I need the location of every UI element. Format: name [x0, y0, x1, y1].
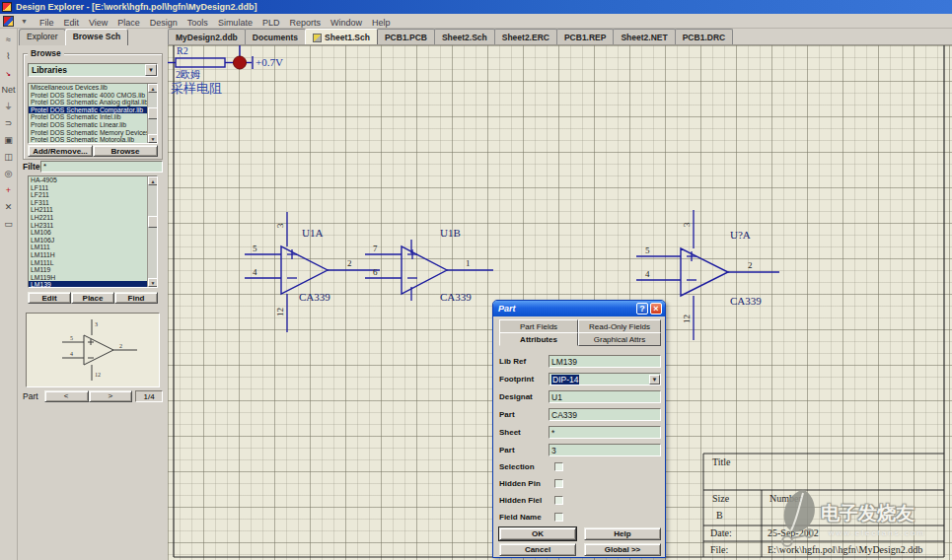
component-item[interactable]: LM111H [29, 251, 147, 259]
panel-tab[interactable]: Explorer [19, 29, 66, 45]
menu-item[interactable]: File [35, 17, 59, 29]
scroll-up-icon[interactable]: ▲ [148, 176, 158, 185]
component-item[interactable]: LM111 [29, 244, 147, 251]
component-item[interactable]: LF211 [29, 191, 147, 199]
document-tab[interactable]: Sheet2.Sch [434, 29, 495, 44]
menu-item[interactable]: View [84, 17, 112, 29]
library-item[interactable]: Protel DOS Schematic Analog digital.lib [29, 99, 147, 106]
help-icon[interactable]: ? [636, 303, 648, 315]
menu-item[interactable]: Tools [183, 17, 213, 29]
menu-item[interactable]: Edit [58, 17, 84, 29]
junction-icon[interactable]: + [1, 182, 17, 198]
place-button[interactable]: Place [71, 292, 114, 304]
libref-input[interactable]: LM139 [549, 355, 661, 368]
menu-item[interactable]: PLD [257, 17, 285, 29]
opamp-u1a[interactable]: 5 4 2 3 12 U1A CA339 [245, 212, 380, 332]
footprint-dropdown[interactable]: DIP-14 ▼ [549, 373, 661, 385]
part-number-input[interactable]: 3 [549, 444, 661, 456]
scroll-thumb[interactable] [148, 107, 158, 119]
document-tab[interactable]: PCB1.PCB [377, 29, 435, 44]
wire-icon[interactable]: ≈ [1, 32, 17, 47]
filter-input[interactable] [40, 161, 163, 173]
add-remove-button[interactable]: Add/Remove... [28, 145, 93, 157]
checkbox[interactable] [554, 479, 563, 488]
tab-read-only-fields[interactable]: Read-Only Fields [578, 319, 661, 333]
chevron-down-icon[interactable]: ▼ [145, 64, 157, 76]
component-item[interactable]: LM111L [29, 259, 147, 267]
component-item[interactable]: LM139 [29, 281, 147, 288]
document-tab[interactable]: Sheet2.NET [613, 29, 675, 44]
component-item[interactable]: HA-4905 [29, 176, 147, 184]
edit-button[interactable]: Edit [28, 292, 71, 304]
component-item[interactable]: LM106 [29, 229, 147, 237]
menu-item[interactable]: Reports [284, 17, 326, 29]
component-item[interactable]: LH2111 [29, 206, 147, 214]
power-port-icon[interactable]: ⏚ [1, 99, 17, 114]
checkbox[interactable] [554, 496, 563, 505]
menu-item[interactable]: Window [326, 17, 367, 29]
component-item[interactable]: LM119H [29, 274, 147, 282]
global-button[interactable]: Global >> [584, 543, 661, 556]
scroll-thumb[interactable] [148, 216, 158, 228]
panel-tab[interactable]: Browse Sch [65, 29, 129, 45]
menu-item[interactable]: Design [145, 17, 183, 29]
next-part-button[interactable]: > [89, 390, 133, 402]
library-item[interactable]: Protel DOS Schematic Motorola.lib [29, 136, 147, 144]
prev-part-button[interactable]: < [44, 390, 89, 402]
bus-entry-icon[interactable]: ↘ [1, 65, 17, 81]
menu-item[interactable]: Simulate [213, 17, 257, 29]
libraries-scrollbar[interactable]: ▲ ▼ [147, 84, 157, 143]
library-item[interactable]: Protel DOS Schematic Linear.lib [29, 121, 147, 129]
close-icon[interactable]: × [650, 303, 662, 315]
library-item[interactable]: Protel DOS Schematic Intel.lib [29, 113, 147, 121]
port-icon[interactable]: ◎ [1, 166, 17, 181]
cancel-button[interactable]: Cancel [499, 543, 576, 556]
component-item[interactable]: LF311 [29, 199, 147, 207]
tab-graphical-attrs[interactable]: Graphical Attrs [578, 332, 661, 346]
component-item[interactable]: LM119 [29, 266, 147, 274]
netlabel-icon[interactable]: Net [1, 82, 17, 98]
document-tab[interactable]: Documents [245, 29, 306, 44]
document-tab[interactable]: PCB1.REP [556, 29, 615, 44]
document-tab[interactable]: PCB1.DRC [675, 29, 733, 44]
designator-input[interactable]: U1 [549, 390, 661, 403]
scroll-down-icon[interactable]: ▼ [148, 278, 158, 287]
library-item[interactable]: Protel DOS Schematic Comparator.lib [29, 106, 147, 114]
browse-button[interactable]: Browse [93, 145, 158, 157]
scroll-down-icon[interactable]: ▼ [148, 134, 158, 143]
component-item[interactable]: LH2311 [29, 222, 147, 230]
document-tab[interactable]: Sheet1.Sch [305, 29, 378, 44]
tab-part-fields[interactable]: Part Fields [499, 319, 578, 333]
menu-item[interactable]: Help [367, 17, 396, 29]
checkbox[interactable] [554, 513, 563, 522]
browse-mode-dropdown[interactable]: Libraries ▼ [28, 63, 158, 77]
library-item[interactable]: Protel DOS Schematic 4000 CMOS.lib [29, 92, 147, 100]
tab-attributes[interactable]: Attributes [499, 332, 578, 346]
resistor-r2[interactable]: R2 +0.7V 2欧姆 采样电阻 [168, 45, 283, 96]
document-tab[interactable]: Sheet2.ERC [494, 29, 557, 44]
chevron-down-icon[interactable]: ▼ [649, 375, 660, 385]
component-item[interactable]: LH2211 [29, 214, 147, 222]
part-icon[interactable]: ⊃ [1, 115, 17, 131]
sheet-symbol-icon[interactable]: ▣ [1, 132, 17, 148]
library-item[interactable]: Protel DOS Schematic Memory Devices.lib [29, 129, 147, 137]
dialog-title-bar[interactable]: Part ? × [493, 301, 665, 316]
sheet-entry-icon[interactable]: ◫ [1, 149, 17, 165]
components-scrollbar[interactable]: ▲ ▼ [147, 176, 157, 287]
chevron-down-icon[interactable]: ▼ [16, 18, 33, 25]
directive-icon[interactable]: ▭ [1, 216, 17, 232]
checkbox[interactable] [554, 462, 563, 471]
part-input[interactable]: CA339 [549, 408, 661, 421]
help-button[interactable]: Help [584, 527, 661, 540]
sheet-input[interactable]: * [549, 426, 661, 439]
library-item[interactable]: Miscellaneous Devices.lib [29, 84, 147, 92]
menu-item[interactable]: Place [112, 17, 145, 29]
scroll-up-icon[interactable]: ▲ [148, 84, 158, 93]
document-tab[interactable]: MyDesign2.ddb [168, 29, 246, 44]
ok-button[interactable]: OK [499, 527, 576, 540]
component-item[interactable]: LF111 [29, 184, 147, 192]
no-erc-icon[interactable]: ✕ [1, 199, 17, 215]
opamp-u1b[interactable]: 7 6 1 U1B CA339 [365, 227, 493, 303]
find-button[interactable]: Find [114, 292, 158, 304]
bus-icon[interactable]: ⌇ [1, 48, 17, 64]
